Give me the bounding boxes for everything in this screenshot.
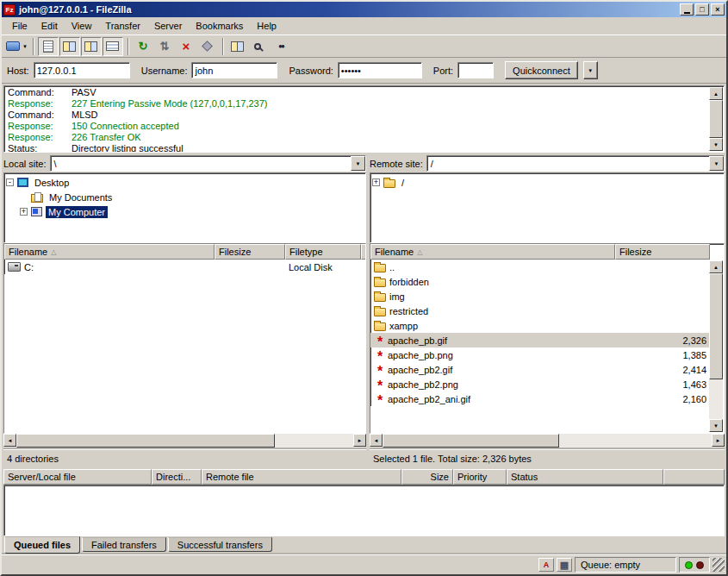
remote-file-list: Filename△ Filesize .. forbidden img rest… xyxy=(370,243,725,434)
tab-queued-files[interactable]: Queued files xyxy=(4,536,80,554)
menu-help[interactable]: Help xyxy=(250,18,283,34)
tab-failed-transfers[interactable]: Failed transfers xyxy=(82,537,166,552)
process-queue-button[interactable]: ⇅ xyxy=(154,37,175,56)
column-header-direction[interactable]: Directi... xyxy=(152,469,202,485)
scroll-right-icon[interactable]: ► xyxy=(353,434,366,447)
resize-grip[interactable] xyxy=(712,558,725,572)
tree-item-my-computer[interactable]: + My Computer xyxy=(20,204,364,219)
host-input[interactable] xyxy=(34,62,130,78)
remote-file-row[interactable]: .. xyxy=(370,260,710,274)
remote-file-row[interactable]: restricted xyxy=(370,304,710,318)
local-file-row[interactable]: C: Local Disk xyxy=(4,260,365,274)
queue-tabs: Queued files Failed transfers Successful… xyxy=(2,537,726,554)
scrollbar-thumb[interactable] xyxy=(709,273,723,379)
toggle-queue-button[interactable] xyxy=(103,37,123,56)
status-bar: A ▦ Queue: empty xyxy=(2,554,726,574)
compare-button[interactable] xyxy=(227,37,248,56)
menu-file[interactable]: File xyxy=(5,18,34,34)
maximize-button[interactable]: □ xyxy=(695,3,709,16)
column-header-filename[interactable]: Filename△ xyxy=(4,244,215,260)
quickconnect-button[interactable]: Quickconnect xyxy=(505,61,578,79)
local-site-combo[interactable]: \ ▼ xyxy=(50,155,366,172)
remote-vscrollbar[interactable]: ▲ ▼ xyxy=(709,260,723,432)
menu-bookmarks[interactable]: Bookmarks xyxy=(189,18,250,34)
log-line: Command:MLSD xyxy=(8,110,706,121)
close-button[interactable]: × xyxy=(711,3,725,16)
local-tree-icon xyxy=(63,41,76,52)
folder-icon xyxy=(383,179,395,188)
cancel-button[interactable]: × xyxy=(176,37,196,56)
tree-item-root[interactable]: + / xyxy=(372,175,722,190)
local-list-header: Filename△ Filesize Filetype L xyxy=(4,244,365,260)
column-header-priority[interactable]: Priority xyxy=(453,469,507,485)
minimize-button[interactable] xyxy=(680,3,694,16)
tree-item-desktop[interactable]: - Desktop xyxy=(6,175,364,190)
scroll-right-icon[interactable]: ► xyxy=(712,434,725,447)
remote-site-combo[interactable]: / ▼ xyxy=(426,155,725,172)
remote-file-row[interactable]: img xyxy=(370,289,710,304)
scroll-left-icon[interactable]: ◄ xyxy=(3,434,16,447)
remote-file-row[interactable]: *apache_pb2.png 1,463 xyxy=(370,377,710,391)
ascii-mode-icon: A xyxy=(538,558,554,572)
desktop-icon xyxy=(17,178,28,187)
local-hscrollbar[interactable]: ◄ ► xyxy=(3,434,366,448)
scroll-down-icon[interactable]: ▼ xyxy=(709,138,723,151)
log-scrollbar[interactable]: ▲ ▼ xyxy=(709,87,723,151)
site-manager-button[interactable]: ▼ xyxy=(5,37,28,56)
column-header-filename[interactable]: Filename△ xyxy=(370,244,615,260)
menu-view[interactable]: View xyxy=(65,18,99,34)
column-header-server-local-file[interactable]: Server/Local file xyxy=(3,469,152,485)
chevron-down-icon[interactable]: ▼ xyxy=(22,44,28,49)
menu-transfer[interactable]: Transfer xyxy=(98,18,147,34)
toggle-log-button[interactable] xyxy=(38,37,59,56)
menu-edit[interactable]: Edit xyxy=(34,18,65,34)
scroll-left-icon[interactable]: ◄ xyxy=(370,434,383,447)
column-header-filetype[interactable]: Filetype xyxy=(285,244,361,260)
titlebar[interactable]: Fz john@127.0.0.1 - FileZilla □ × xyxy=(2,2,726,17)
remote-file-row[interactable]: *apache_pb2.gif 2,414 xyxy=(370,362,710,377)
column-header-filesize[interactable]: Filesize xyxy=(215,244,285,260)
scrollbar-thumb[interactable] xyxy=(383,434,559,448)
column-header-last-modified[interactable]: L xyxy=(361,244,366,260)
quickconnect-dropdown-button[interactable]: ▼ xyxy=(583,61,598,79)
local-directory-tree: - Desktop My Documents + My Computer xyxy=(3,172,366,243)
scroll-down-icon[interactable]: ▼ xyxy=(709,419,723,432)
queue-header: Server/Local file Directi... Remote file… xyxy=(3,469,725,485)
menu-server[interactable]: Server xyxy=(147,18,189,34)
remote-file-row[interactable]: *apache_pb2_ani.gif 2,160 xyxy=(370,391,710,406)
log-line: Response:227 Entering Passive Mode (127,… xyxy=(8,98,706,110)
remote-file-row[interactable]: forbidden xyxy=(370,274,710,289)
refresh-button[interactable]: ↻ xyxy=(133,37,153,56)
collapse-icon[interactable]: - xyxy=(6,178,14,186)
chevron-down-icon[interactable]: ▼ xyxy=(709,156,724,171)
tree-item-my-documents[interactable]: My Documents xyxy=(20,190,364,204)
remote-file-row[interactable]: *apache_pb.png 1,385 xyxy=(370,347,710,362)
find-button[interactable] xyxy=(249,37,270,56)
transfer-queue-body[interactable] xyxy=(3,485,725,536)
remote-file-row[interactable]: xampp xyxy=(370,318,710,333)
tab-successful-transfers[interactable]: Successful transfers xyxy=(168,537,272,552)
search-button[interactable]: ●● xyxy=(271,37,291,56)
local-file-list: Filename△ Filesize Filetype L C: Local D… xyxy=(3,243,366,434)
username-input[interactable] xyxy=(191,62,277,78)
port-input[interactable] xyxy=(457,62,494,78)
chevron-down-icon[interactable]: ▼ xyxy=(351,156,365,171)
disconnect-button[interactable] xyxy=(197,37,218,56)
remote-hscrollbar[interactable]: ◄ ► xyxy=(370,434,725,448)
expand-icon[interactable]: + xyxy=(20,208,28,216)
column-header-filesize[interactable]: Filesize xyxy=(615,244,710,260)
toggle-local-tree-button[interactable] xyxy=(59,37,80,56)
column-header-size[interactable]: Size xyxy=(401,469,453,485)
expand-icon[interactable]: + xyxy=(372,178,380,186)
scrollbar-thumb[interactable] xyxy=(16,434,275,448)
password-input[interactable] xyxy=(338,62,422,78)
toggle-remote-tree-button[interactable] xyxy=(81,37,102,56)
scroll-up-icon[interactable]: ▲ xyxy=(709,87,723,100)
column-header-remote-file[interactable]: Remote file xyxy=(202,469,401,485)
my-computer-icon xyxy=(31,207,42,216)
column-header-status[interactable]: Status xyxy=(507,469,663,485)
site-manager-icon xyxy=(6,41,20,51)
scroll-up-icon[interactable]: ▲ xyxy=(709,260,723,273)
scrollbar-thumb[interactable] xyxy=(709,100,723,138)
remote-file-row-selected[interactable]: *apache_pb.gif 2,326 xyxy=(370,333,710,347)
